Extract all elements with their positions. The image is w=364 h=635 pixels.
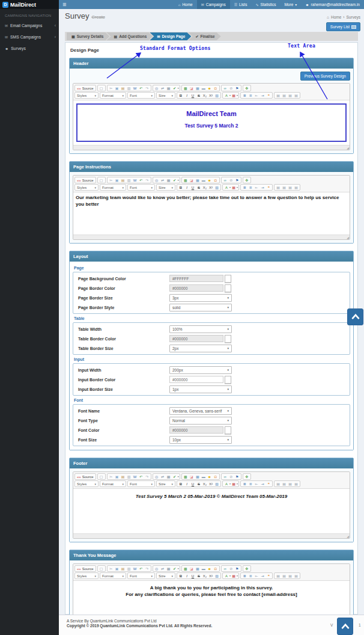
page-border-size-select[interactable]: 3px▾: [169, 294, 232, 302]
remove-format-icon[interactable]: ▧: [214, 573, 220, 578]
sidebar-item-surveys[interactable]: ☻Surveys: [0, 43, 59, 54]
table-border-color-input[interactable]: #000000: [169, 335, 223, 342]
ordered-list-icon[interactable]: ≣: [241, 573, 247, 578]
find-icon[interactable]: ◎: [154, 474, 160, 479]
wizard-step-design-page[interactable]: ✉Design Page: [150, 32, 191, 40]
underline-icon[interactable]: U: [190, 481, 196, 486]
find-icon[interactable]: ◎: [154, 566, 160, 571]
text-color-icon[interactable]: A: [223, 481, 229, 486]
link-icon[interactable]: ∞: [222, 85, 228, 91]
copy-icon[interactable]: ▣: [114, 177, 120, 183]
paste-word-icon[interactable]: W: [132, 474, 138, 479]
wizard-step-survey-details[interactable]: ▦Survey Details: [67, 32, 109, 40]
align-right-icon[interactable]: ▤: [287, 573, 293, 578]
font-name-select[interactable]: Verdana, Geneva, sans-serif▾: [169, 407, 232, 415]
align-center-icon[interactable]: ▤: [281, 573, 287, 578]
table-icon[interactable]: ▦: [195, 566, 201, 571]
flash-icon[interactable]: ◪: [189, 177, 195, 183]
format-dropdown[interactable]: Format▾: [100, 92, 126, 99]
spellcheck-icon[interactable]: ✔: [172, 474, 178, 479]
link-icon[interactable]: ∞: [222, 474, 228, 479]
paste-text-icon[interactable]: ▥: [126, 566, 132, 571]
special-char-icon[interactable]: Ω: [213, 566, 219, 571]
nav-item-lists[interactable]: ☰Lists: [230, 0, 252, 9]
outdent-icon[interactable]: ⇤: [253, 481, 259, 486]
styles-dropdown[interactable]: Styles▾: [74, 480, 99, 487]
italic-icon[interactable]: I: [184, 185, 190, 190]
maximize-icon[interactable]: ✥: [244, 177, 250, 183]
blockquote-icon[interactable]: ❝: [265, 93, 271, 98]
indent-icon[interactable]: ⇥: [259, 573, 265, 578]
strike-icon[interactable]: S: [196, 185, 202, 190]
text-color-icon[interactable]: A: [223, 93, 229, 98]
align-right-icon[interactable]: ▤: [287, 185, 293, 190]
subscript-icon[interactable]: X₂: [202, 573, 208, 578]
redo-icon[interactable]: ↷: [144, 474, 150, 479]
nav-item-campaigns[interactable]: ✉Campaigns: [197, 0, 230, 9]
align-left-icon[interactable]: ▤: [275, 573, 281, 578]
copy-icon[interactable]: ▣: [114, 566, 120, 571]
find-icon[interactable]: ◎: [154, 85, 160, 91]
wizard-step-finalise[interactable]: ✔Finalise: [188, 32, 220, 40]
horizontal-rule-icon[interactable]: ▬: [201, 177, 207, 183]
paste-icon[interactable]: ▤: [120, 177, 126, 183]
table-border-size-select[interactable]: 2px▾: [169, 345, 232, 352]
cut-icon[interactable]: ✂: [108, 85, 114, 91]
align-right-icon[interactable]: ▤: [287, 481, 293, 486]
image-icon[interactable]: ▩: [183, 177, 189, 183]
spellcheck-icon[interactable]: ✔: [172, 177, 178, 183]
blockquote-icon[interactable]: ❝: [265, 573, 271, 578]
align-center-icon[interactable]: ▤: [281, 93, 287, 98]
subscript-icon[interactable]: X₂: [202, 93, 208, 98]
smiley-icon[interactable]: ☻: [207, 177, 213, 183]
font-color-input[interactable]: #000000: [169, 426, 223, 434]
bold-icon[interactable]: B: [178, 93, 184, 98]
nav-item-raheman-maildirectteam-in[interactable]: ☻raheman@maildirectteam.in: [301, 0, 364, 9]
italic-icon[interactable]: I: [184, 573, 190, 578]
redo-icon[interactable]: ↷: [144, 566, 150, 571]
input-border-color-swatch[interactable]: [225, 376, 231, 384]
bg-color-icon[interactable]: ▦: [231, 185, 237, 190]
horizontal-rule-icon[interactable]: ▬: [201, 474, 207, 479]
image-icon[interactable]: ▩: [183, 566, 189, 571]
ordered-list-icon[interactable]: ≣: [241, 481, 247, 486]
bg-color-icon[interactable]: ▦: [231, 481, 237, 486]
anchor-icon[interactable]: ⚑: [234, 85, 240, 91]
undo-icon[interactable]: ↶: [138, 566, 144, 571]
styles-dropdown[interactable]: Styles▾: [74, 184, 99, 191]
outdent-icon[interactable]: ⇤: [253, 573, 259, 578]
text-color-icon[interactable]: A: [223, 573, 229, 578]
size-dropdown[interactable]: Size▾: [156, 572, 175, 579]
instructions-editor-content[interactable]: Our marketing team would like to know yo…: [73, 192, 350, 235]
remove-format-icon[interactable]: ▧: [214, 185, 220, 190]
survey-list-button[interactable]: Survey List: [326, 22, 360, 31]
strike-icon[interactable]: S: [196, 481, 202, 486]
paste-text-icon[interactable]: ▥: [126, 177, 132, 183]
format-dropdown[interactable]: Format▾: [100, 480, 126, 487]
align-left-icon[interactable]: ▤: [275, 481, 281, 486]
bold-icon[interactable]: B: [178, 185, 184, 190]
outdent-icon[interactable]: ⇤: [253, 93, 259, 98]
blockquote-icon[interactable]: ❝: [265, 185, 271, 190]
editor-resize-bar[interactable]: [73, 145, 350, 150]
flash-icon[interactable]: ◪: [189, 474, 195, 479]
paste-icon[interactable]: ▤: [120, 85, 126, 91]
page-background-color-input[interactable]: #FFFFFF: [169, 275, 223, 282]
anchor-icon[interactable]: ⚑: [234, 474, 240, 479]
size-dropdown[interactable]: Size▾: [156, 92, 175, 99]
source-button[interactable]: «»Source: [74, 473, 96, 480]
unlink-icon[interactable]: ⊘: [228, 566, 234, 571]
indent-icon[interactable]: ⇥: [259, 185, 265, 190]
superscript-icon[interactable]: X²: [208, 481, 214, 486]
sidebar-item-email-campaigns[interactable]: ✉Email Campaigns‹: [0, 20, 59, 31]
paste-word-icon[interactable]: W: [132, 566, 138, 571]
align-justify-icon[interactable]: ▤: [293, 185, 299, 190]
anchor-icon[interactable]: ⚑: [234, 177, 240, 183]
smiley-icon[interactable]: ☻: [207, 566, 213, 571]
nav-item-statistics[interactable]: ∿Statistics: [251, 0, 280, 9]
ordered-list-icon[interactable]: ≣: [241, 93, 247, 98]
strike-icon[interactable]: S: [196, 573, 202, 578]
menu-toggle-icon[interactable]: ☰: [62, 0, 66, 9]
source-button[interactable]: «»Source: [74, 177, 96, 183]
table-icon[interactable]: ▦: [195, 177, 201, 183]
